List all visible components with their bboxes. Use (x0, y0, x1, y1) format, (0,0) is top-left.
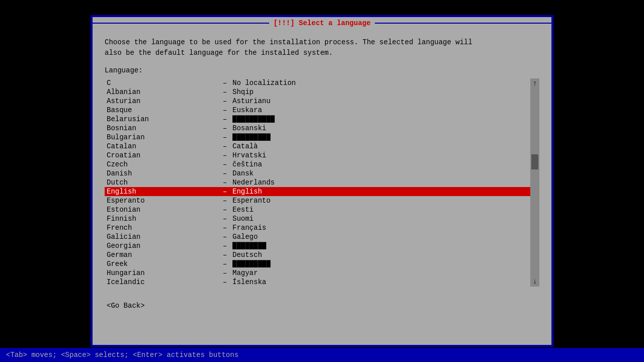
lang-name: Estonian (107, 206, 217, 214)
lang-dash: – (217, 188, 232, 196)
lang-name: Basque (107, 106, 217, 114)
lang-native: Íslenska (232, 278, 528, 286)
description: Choose the language to be used for the i… (105, 37, 539, 58)
lang-name: Czech (107, 160, 217, 168)
lang-name: Catalan (107, 142, 217, 150)
lang-name: Greek (107, 260, 217, 268)
list-item[interactable]: Catalan – Català (105, 142, 530, 151)
lang-name: Bulgarian (107, 133, 217, 141)
lang-native: čeština (232, 160, 528, 168)
scroll-down-arrow[interactable]: ↓ (533, 277, 537, 287)
lang-name: French (107, 224, 217, 232)
list-item[interactable]: C – No localization (105, 78, 530, 87)
list-item[interactable]: Georgian – ████████ (105, 241, 530, 250)
list-container: C – No localizationAlbanian – ShqipAstur… (105, 78, 539, 287)
lang-name: Icelandic (107, 278, 217, 286)
list-item[interactable]: Galician – Galego (105, 232, 530, 241)
lang-native: Esperanto (232, 197, 528, 205)
lang-dash: – (217, 233, 232, 241)
lang-native: No localization (232, 79, 528, 87)
lang-name: Danish (107, 169, 217, 177)
list-item[interactable]: Basque – Euskara (105, 106, 530, 115)
lang-dash: – (217, 224, 232, 232)
lang-native: Galego (232, 233, 528, 241)
scroll-up-arrow[interactable]: ↑ (533, 78, 537, 88)
lang-native: Magyar (232, 269, 528, 277)
title-bar: [!!!] Select a language (93, 17, 551, 29)
list-item[interactable]: Danish – Dansk (105, 169, 530, 178)
list-item[interactable]: Finnish – Suomi (105, 214, 530, 223)
lang-native: Català (232, 142, 528, 150)
lang-dash: – (217, 206, 232, 214)
lang-name: Hungarian (107, 269, 217, 277)
lang-dash: – (217, 178, 232, 187)
language-list[interactable]: C – No localizationAlbanian – ShqipAstur… (105, 78, 530, 287)
lang-name: Finnish (107, 215, 217, 223)
dialog-title: [!!!] Select a language (269, 19, 374, 27)
lang-native: Eesti (232, 206, 528, 214)
list-item[interactable]: Estonian – Eesti (105, 205, 530, 214)
lang-dash: – (217, 142, 232, 150)
lang-dash: – (217, 115, 232, 123)
lang-native: Suomi (232, 215, 528, 223)
list-item[interactable]: Asturian – Asturianu (105, 97, 530, 106)
list-item[interactable]: Belarusian – ██████████ (105, 115, 530, 124)
lang-native: Asturianu (232, 97, 528, 105)
list-item[interactable]: Bosnian – Bosanski (105, 124, 530, 133)
lang-native: Français (232, 224, 528, 232)
lang-name: Asturian (107, 97, 217, 105)
lang-name: Georgian (107, 242, 217, 250)
lang-native: English (232, 188, 528, 196)
list-item[interactable]: Icelandic – Íslenska (105, 278, 530, 287)
lang-name: Dutch (107, 178, 217, 187)
dialog: [!!!] Select a language Choose the langu… (91, 15, 553, 347)
bottom-bar: <Tab> moves; <Space> selects; <Enter> ac… (0, 348, 644, 362)
list-item[interactable]: Czech – čeština (105, 160, 530, 169)
lang-native: █████████ (232, 133, 528, 141)
list-item[interactable]: English – English (105, 187, 530, 196)
list-item[interactable]: Hungarian – Magyar (105, 268, 530, 278)
scroll-thumb[interactable] (531, 154, 538, 169)
lang-name: German (107, 251, 217, 259)
lang-native: █████████ (232, 260, 528, 268)
lang-dash: – (217, 79, 232, 87)
lang-dash: – (217, 260, 232, 268)
lang-dash: – (217, 251, 232, 259)
list-item[interactable]: Croatian – Hrvatski (105, 151, 530, 160)
list-item[interactable]: Bulgarian – █████████ (105, 133, 530, 142)
lang-native: Bosanski (232, 124, 528, 132)
lang-dash: – (217, 151, 232, 159)
list-item[interactable]: Esperanto – Esperanto (105, 196, 530, 205)
lang-dash: – (217, 169, 232, 177)
lang-native: Deutsch (232, 251, 528, 259)
list-item[interactable]: Albanian – Shqip (105, 87, 530, 97)
lang-name: Belarusian (107, 115, 217, 123)
lang-dash: – (217, 215, 232, 223)
buttons-row: <Go Back> (105, 297, 539, 315)
list-item[interactable]: German – Deutsch (105, 250, 530, 259)
lang-dash: – (217, 106, 232, 114)
lang-dash: – (217, 160, 232, 168)
lang-native: Hrvatski (232, 151, 528, 159)
lang-dash: – (217, 278, 232, 286)
lang-dash: – (217, 269, 232, 277)
go-back-button[interactable]: <Go Back> (105, 301, 147, 311)
list-item[interactable]: Dutch – Nederlands (105, 178, 530, 187)
lang-dash: – (217, 88, 232, 96)
scroll-track (531, 88, 538, 277)
lang-dash: – (217, 242, 232, 250)
lang-native: ██████████ (232, 115, 528, 123)
lang-name: Galician (107, 233, 217, 241)
lang-native: Nederlands (232, 178, 528, 187)
lang-native: Dansk (232, 169, 528, 177)
scrollbar[interactable]: ↑ ↓ (530, 78, 539, 287)
lang-dash: – (217, 133, 232, 141)
lang-dash: – (217, 97, 232, 105)
list-item[interactable]: French – Français (105, 223, 530, 232)
language-label: Language: (105, 66, 539, 74)
list-item[interactable]: Greek – █████████ (105, 259, 530, 268)
lang-native: Shqip (232, 88, 528, 96)
lang-name: English (107, 188, 217, 196)
lang-native: Euskara (232, 106, 528, 114)
lang-dash: – (217, 124, 232, 132)
